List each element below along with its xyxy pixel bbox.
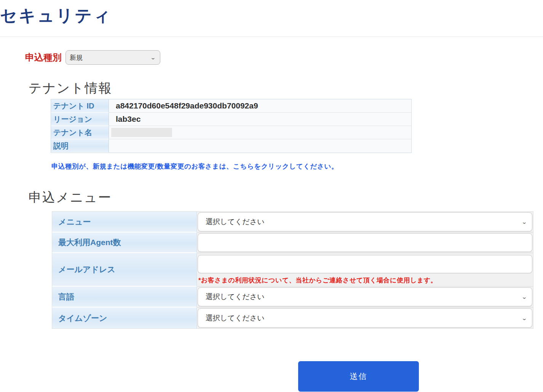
region-row: リージョン lab3ec [51, 113, 411, 126]
redacted-tenant-name [111, 128, 172, 137]
chevron-down-icon: ⌄ [522, 219, 527, 225]
application-type-label: 申込種別 [25, 51, 62, 64]
region-value: lab3ec [109, 113, 411, 126]
chevron-down-icon: ⌄ [522, 294, 527, 300]
submit-area: 送信 [298, 361, 543, 392]
menu-value-cell: 選択してください ⌄ [197, 212, 533, 233]
application-type-select[interactable]: 新規 ⌄ [65, 50, 160, 65]
submit-button[interactable]: 送信 [298, 361, 419, 392]
description-value [109, 139, 411, 153]
menu-row: メニュー 選択してください ⌄ [52, 212, 533, 233]
email-input[interactable] [198, 255, 532, 273]
tenant-name-value [109, 126, 411, 139]
language-label: 言語 [52, 287, 197, 308]
chevron-down-icon: ⌄ [522, 316, 527, 321]
language-value-cell: 選択してください ⌄ [197, 287, 533, 308]
max-agents-value-cell [197, 233, 533, 253]
language-select[interactable]: 選択してください ⌄ [198, 287, 532, 306]
tenant-name-row: テナント名 [51, 126, 411, 139]
tenant-info-table: テナント ID a842170d60e548f29ade930db70092a9… [51, 99, 412, 153]
email-value-cell: *お客さまの利用状況について、当社からご連絡させて頂く場合に使用します。 [197, 253, 533, 287]
max-agents-row: 最大利用Agent数 [52, 233, 533, 253]
max-agents-input[interactable] [198, 233, 532, 252]
application-type-row: 申込種別 新規 ⌄ [25, 50, 543, 65]
menu-label: メニュー [52, 212, 197, 233]
chevron-down-icon: ⌄ [150, 55, 156, 60]
menu-selected-value: 選択してください [206, 217, 265, 227]
page-title: セキュリティ [0, 5, 543, 26]
tenant-id-value: a842170d60e548f29ade930db70092a9 [109, 99, 411, 113]
email-label: メールアドレス [52, 253, 197, 287]
timezone-label: タイムゾーン [52, 308, 197, 328]
language-row: 言語 選択してください ⌄ [52, 287, 533, 308]
application-type-selected-value: 新規 [70, 53, 83, 62]
language-selected-value: 選択してください [206, 292, 265, 302]
email-usage-note: *お客さまの利用状況について、当社からご連絡させて頂く場合に使用します。 [198, 273, 532, 285]
max-agents-label: 最大利用Agent数 [52, 233, 197, 253]
application-menu-heading: 申込メニュー [29, 189, 543, 205]
region-label: リージョン [51, 113, 109, 126]
tenant-id-row: テナント ID a842170d60e548f29ade930db70092a9 [51, 99, 411, 113]
timezone-value-cell: 選択してください ⌄ [197, 308, 533, 328]
email-row: メールアドレス *お客さまの利用状況について、当社からご連絡させて頂く場合に使用… [52, 253, 533, 287]
application-menu-table: メニュー 選択してください ⌄ 最大利用Agent数 メールアドレス *お客さま… [52, 211, 533, 329]
header-divider [0, 37, 543, 37]
tenant-name-label: テナント名 [51, 126, 109, 139]
timezone-selected-value: 選択してください [206, 313, 265, 323]
page-header: セキュリティ [0, 0, 543, 26]
description-label: 説明 [51, 139, 109, 153]
timezone-select[interactable]: 選択してください ⌄ [198, 308, 532, 328]
application-type-notice-link[interactable]: 申込種別が、新規または機能変更/数量変更のお客さまは、こちらをクリックしてくださ… [51, 162, 338, 171]
tenant-id-label: テナント ID [51, 99, 109, 113]
timezone-row: タイムゾーン 選択してください ⌄ [52, 308, 533, 328]
tenant-info-heading: テナント情報 [29, 80, 543, 96]
menu-select[interactable]: 選択してください ⌄ [198, 212, 532, 231]
description-row: 説明 [51, 139, 411, 153]
